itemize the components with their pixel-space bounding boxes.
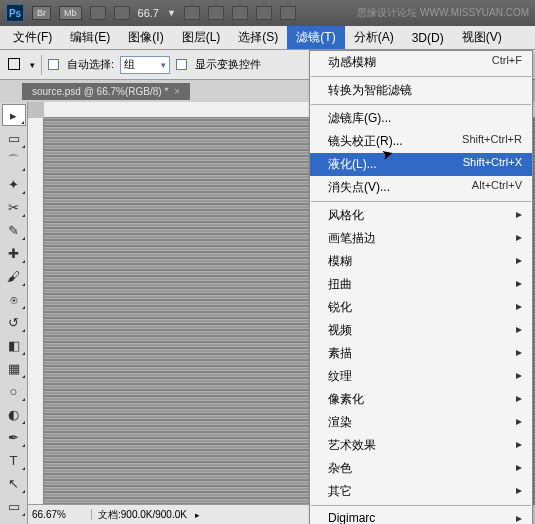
menu-dropdown-item[interactable]: 消失点(V)...Alt+Ctrl+V — [310, 176, 532, 199]
rotate-view-icon[interactable] — [232, 6, 248, 20]
submenu-arrow-icon: ▸ — [516, 276, 522, 293]
menu-item[interactable]: 滤镜(T) — [287, 26, 344, 49]
menu-dropdown-item[interactable]: 画笔描边▸ — [310, 227, 532, 250]
menu-item[interactable]: 图层(L) — [173, 26, 230, 49]
menu-item[interactable]: 3D(D) — [403, 28, 453, 48]
menu-bar: 文件(F)编辑(E)图像(I)图层(L)选择(S)滤镜(T)分析(A)3D(D)… — [0, 26, 535, 50]
blur-tool[interactable]: ○ — [2, 380, 26, 402]
menu-dropdown-item[interactable]: 纹理▸ — [310, 365, 532, 388]
menu-dropdown-item[interactable]: 素描▸ — [310, 342, 532, 365]
menu-item-label: 渲染 — [328, 414, 510, 431]
eraser-tool[interactable]: ◧ — [2, 334, 26, 356]
submenu-arrow-icon: ▸ — [516, 322, 522, 339]
menu-dropdown-item[interactable]: 风格化▸ — [310, 204, 532, 227]
type-tool[interactable]: T — [2, 449, 26, 471]
document-tab[interactable]: source.psd @ 66.7%(RGB/8) * × — [22, 83, 190, 100]
minibridge-button[interactable]: Mb — [59, 6, 82, 20]
menu-item-label: 艺术效果 — [328, 437, 510, 454]
submenu-arrow-icon: ▸ — [516, 207, 522, 224]
submenu-arrow-icon: ▸ — [516, 414, 522, 431]
menu-dropdown-item[interactable]: Digimarc▸ — [310, 508, 532, 524]
menu-dropdown-item[interactable]: 模糊▸ — [310, 250, 532, 273]
menu-dropdown-item[interactable]: 视频▸ — [310, 319, 532, 342]
auto-select-combo[interactable]: 组 ▾ — [120, 56, 170, 74]
menu-dropdown-item[interactable]: 动感模糊Ctrl+F — [310, 51, 532, 74]
show-controls-checkbox[interactable] — [176, 59, 187, 70]
menu-dropdown-item[interactable]: 其它▸ — [310, 480, 532, 503]
ps-logo: Ps — [6, 4, 24, 22]
menu-item-label: 杂色 — [328, 460, 510, 477]
menu-item-label: 锐化 — [328, 299, 510, 316]
arrange-docs-icon[interactable] — [256, 6, 272, 20]
title-bar: Ps Br Mb 66.7 ▼ 思缘设计论坛 WWW.MISSYUAN.COM — [0, 0, 535, 26]
move-tool[interactable]: ▸ — [2, 104, 26, 126]
bridge-button[interactable]: Br — [32, 6, 51, 20]
auto-select-label: 自动选择: — [67, 57, 114, 72]
menu-item-label: 动感模糊 — [328, 54, 492, 71]
auto-select-checkbox[interactable] — [48, 59, 59, 70]
menu-item[interactable]: 文件(F) — [4, 26, 61, 49]
vertical-ruler[interactable] — [28, 118, 44, 504]
menu-item[interactable]: 视图(V) — [453, 26, 511, 49]
stamp-tool[interactable]: ⍟ — [2, 288, 26, 310]
menu-dropdown-item[interactable]: 转换为智能滤镜 — [310, 79, 532, 102]
submenu-arrow-icon: ▸ — [516, 299, 522, 316]
menu-dropdown-item[interactable]: 杂色▸ — [310, 457, 532, 480]
menu-dropdown-item[interactable]: 艺术效果▸ — [310, 434, 532, 457]
dodge-tool[interactable]: ◐ — [2, 403, 26, 425]
menu-item-label: 液化(L)... — [328, 156, 463, 173]
menu-dropdown-item[interactable]: 像素化▸ — [310, 388, 532, 411]
close-icon[interactable]: × — [174, 86, 180, 97]
menu-dropdown-item[interactable]: 锐化▸ — [310, 296, 532, 319]
menu-item-label: 画笔描边 — [328, 230, 510, 247]
submenu-arrow-icon: ▸ — [516, 483, 522, 500]
menu-separator — [311, 104, 531, 105]
menu-item-shortcut: Ctrl+F — [492, 54, 522, 71]
submenu-arrow-icon: ▸ — [516, 460, 522, 477]
history-brush-tool[interactable]: ↺ — [2, 311, 26, 333]
zoom-tool-icon[interactable] — [208, 6, 224, 20]
menu-item-label: 素描 — [328, 345, 510, 362]
menu-item-label: 像素化 — [328, 391, 510, 408]
menu-dropdown-item[interactable]: 滤镜库(G)... — [310, 107, 532, 130]
status-doc-info[interactable]: 文档:900.0K/900.0K — [92, 508, 193, 522]
menu-item-label: 转换为智能滤镜 — [328, 82, 522, 99]
menu-item[interactable]: 选择(S) — [229, 26, 287, 49]
menu-separator — [311, 201, 531, 202]
submenu-arrow-icon: ▸ — [516, 391, 522, 408]
chevron-down-icon[interactable]: ▾ — [30, 60, 35, 70]
brush-tool[interactable]: 🖌 — [2, 265, 26, 287]
menu-item-shortcut: Shift+Ctrl+X — [463, 156, 522, 173]
heal-tool[interactable]: ✚ — [2, 242, 26, 264]
menu-dropdown-item[interactable]: 液化(L)...Shift+Ctrl+X — [310, 153, 532, 176]
menu-item[interactable]: 分析(A) — [345, 26, 403, 49]
view-extras-icon[interactable] — [90, 6, 106, 20]
menu-dropdown-item[interactable]: 镜头校正(R)...Shift+Ctrl+R — [310, 130, 532, 153]
chevron-right-icon[interactable]: ▸ — [195, 510, 200, 520]
hand-tool-icon[interactable] — [184, 6, 200, 20]
menu-item[interactable]: 图像(I) — [119, 26, 172, 49]
gradient-tool[interactable]: ▦ — [2, 357, 26, 379]
submenu-arrow-icon: ▸ — [516, 345, 522, 362]
path-tool[interactable]: ↖ — [2, 472, 26, 494]
document-title: source.psd @ 66.7%(RGB/8) * — [32, 86, 168, 97]
crop-tool[interactable]: ✂ — [2, 196, 26, 218]
status-zoom[interactable]: 66.67% — [28, 509, 92, 520]
wand-tool[interactable]: ✦ — [2, 173, 26, 195]
lasso-tool[interactable]: ⌒ — [2, 150, 26, 172]
menu-item-label: 扭曲 — [328, 276, 510, 293]
marquee-tool[interactable]: ▭ — [2, 127, 26, 149]
zoom-dropdown-icon[interactable]: ▼ — [167, 8, 176, 18]
menu-item-label: 其它 — [328, 483, 510, 500]
menu-dropdown-item[interactable]: 渲染▸ — [310, 411, 532, 434]
zoom-level[interactable]: 66.7 — [138, 7, 159, 19]
menu-item[interactable]: 编辑(E) — [61, 26, 119, 49]
view-grid-icon[interactable] — [114, 6, 130, 20]
menu-dropdown-item[interactable]: 扭曲▸ — [310, 273, 532, 296]
pen-tool[interactable]: ✒ — [2, 426, 26, 448]
screen-mode-icon[interactable] — [280, 6, 296, 20]
menu-item-label: 模糊 — [328, 253, 510, 270]
menu-item-shortcut: Shift+Ctrl+R — [462, 133, 522, 150]
shape-tool[interactable]: ▭ — [2, 495, 26, 517]
eyedropper-tool[interactable]: ✎ — [2, 219, 26, 241]
